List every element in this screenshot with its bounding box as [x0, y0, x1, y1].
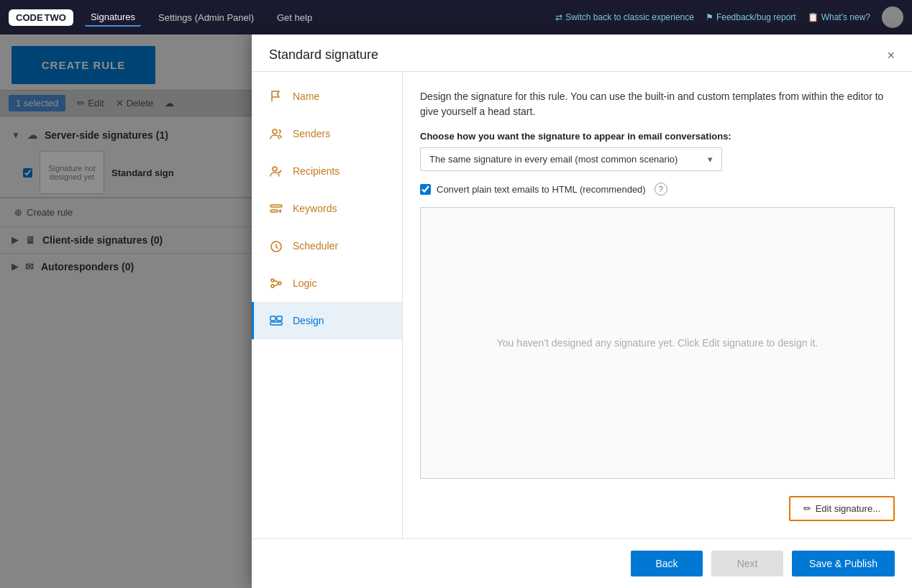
modal-footer: Back Next Save & Publish [252, 538, 912, 588]
user-avatar[interactable] [882, 6, 903, 28]
field-label: Choose how you want the signature to app… [420, 131, 895, 142]
modal-overlay: Standard signature × Name [0, 35, 912, 588]
nav-item-name[interactable]: Name [252, 78, 402, 115]
nav-item-design[interactable]: Design [252, 302, 402, 339]
scheduler-label: Scheduler [293, 240, 338, 252]
logo: CODETWO [9, 9, 73, 26]
svg-rect-2 [270, 205, 282, 207]
edit-signature-button[interactable]: ✏ Edit signature... [789, 496, 895, 521]
back-button[interactable]: Back [631, 551, 703, 576]
feedback-link[interactable]: ⚑ Feedback/bug report [706, 12, 796, 22]
empty-design-message: You haven't designed any signature yet. … [497, 337, 818, 349]
svg-point-0 [273, 129, 277, 134]
svg-rect-9 [277, 316, 282, 321]
modal-close-button[interactable]: × [887, 49, 895, 62]
whats-new-link[interactable]: 📋 What's new? [808, 12, 870, 22]
nav-item-scheduler[interactable]: Scheduler [252, 227, 402, 265]
logic-label: Logic [293, 277, 316, 289]
design-label: Design [293, 315, 324, 326]
svg-rect-8 [270, 316, 275, 321]
pencil-icon: ✏ [803, 503, 811, 514]
chevron-down-icon: ▾ [708, 154, 713, 165]
senders-icon [268, 127, 284, 141]
svg-point-1 [273, 167, 277, 171]
modal-navigation: Name Senders [252, 72, 403, 538]
keywords-icon [268, 201, 284, 216]
top-navigation: CODETWO Signatures Settings (Admin Panel… [0, 0, 912, 35]
flag-icon [268, 89, 284, 104]
signature-design-area: You haven't designed any signature yet. … [420, 207, 895, 479]
nav-item-recipients[interactable]: Recipients [252, 152, 402, 190]
modal-content-area: Design the signature for this rule. You … [403, 72, 912, 538]
name-label: Name [293, 91, 319, 102]
dropdown-row: The same signature in every email (most … [420, 147, 895, 171]
modal-dialog: Standard signature × Name [252, 35, 912, 588]
nav-right-section: ⇄ Switch back to classic experience ⚑ Fe… [555, 6, 903, 28]
recipients-label: Recipients [293, 165, 339, 177]
nav-signatures[interactable]: Signatures [85, 9, 141, 27]
svg-rect-3 [270, 210, 278, 212]
convert-html-checkbox-row: Convert plain text emails to HTML (recom… [420, 183, 895, 196]
keywords-label: Keywords [293, 203, 337, 214]
edit-signature-button-row: ✏ Edit signature... [420, 490, 895, 521]
next-button[interactable]: Next [711, 551, 783, 576]
svg-point-5 [271, 279, 274, 282]
nav-item-senders[interactable]: Senders [252, 115, 402, 152]
signature-mode-dropdown[interactable]: The same signature in every email (most … [420, 147, 722, 171]
app-body: CREATE RULE 1 selected ✏ Edit ✕ Delete ☁… [0, 35, 912, 588]
switch-classic-link[interactable]: ⇄ Switch back to classic experience [555, 12, 694, 22]
nav-item-keywords[interactable]: Keywords [252, 190, 402, 227]
recipients-icon [268, 164, 284, 178]
svg-point-6 [271, 285, 274, 288]
save-publish-button[interactable]: Save & Publish [792, 551, 895, 576]
modal-header: Standard signature × [252, 35, 912, 72]
design-icon [268, 313, 284, 328]
field-section: Choose how you want the signature to app… [420, 131, 895, 171]
nav-settings[interactable]: Settings (Admin Panel) [152, 9, 260, 26]
convert-html-label: Convert plain text emails to HTML (recom… [437, 184, 646, 195]
svg-rect-10 [270, 322, 282, 325]
convert-html-checkbox[interactable] [420, 184, 431, 195]
content-description: Design the signature for this rule. You … [420, 89, 895, 119]
help-icon[interactable]: ? [655, 183, 667, 196]
modal-body: Name Senders [252, 72, 912, 538]
nav-gethelp[interactable]: Get help [271, 9, 318, 26]
logic-icon [268, 276, 284, 290]
modal-title: Standard signature [269, 47, 378, 63]
senders-label: Senders [293, 128, 330, 139]
nav-item-logic[interactable]: Logic [252, 265, 402, 302]
clock-icon [268, 239, 284, 253]
